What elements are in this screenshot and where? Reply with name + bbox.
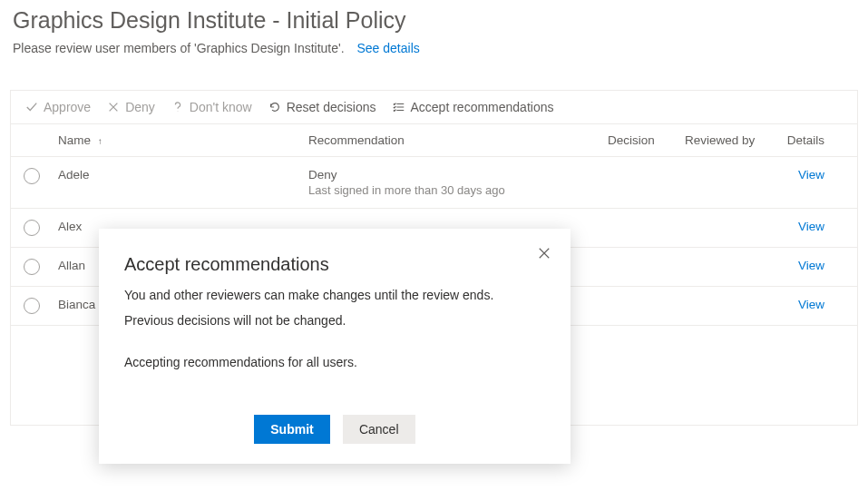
col-name-label: Name xyxy=(58,133,91,147)
sort-asc-icon: ↑ xyxy=(98,136,102,146)
dialog-line2: Previous decisions will not be changed. xyxy=(124,313,545,328)
reset-decisions-button[interactable]: Reset decisions xyxy=(268,100,376,114)
page-title: Graphics Design Institute - Initial Poli… xyxy=(13,5,868,35)
rec-subtext: Last signed in more than 30 days ago xyxy=(308,183,608,197)
dialog-title: Accept recommendations xyxy=(124,254,545,275)
view-link[interactable]: View xyxy=(775,298,830,311)
subtitle-row: Please review user members of 'Graphics … xyxy=(13,41,868,55)
cancel-button[interactable]: Cancel xyxy=(343,415,415,444)
row-name: Adele xyxy=(54,168,308,182)
table-row: Adele Deny Last signed in more than 30 d… xyxy=(11,157,857,209)
accept-recommendations-dialog: Accept recommendations You and other rev… xyxy=(99,229,571,464)
col-reviewed-by[interactable]: Reviewed by xyxy=(685,133,775,147)
row-select-radio[interactable] xyxy=(24,168,40,184)
subtitle-text: Please review user members of 'Graphics … xyxy=(13,41,345,55)
accept-rec-label: Accept recommendations xyxy=(411,100,554,114)
check-icon xyxy=(25,101,38,113)
table-header-row: Name ↑ Recommendation Decision Reviewed … xyxy=(11,124,857,157)
checklist-icon xyxy=(393,101,405,113)
view-link[interactable]: View xyxy=(775,259,830,272)
dont-know-button[interactable]: Don't know xyxy=(171,100,252,114)
rec-value: Deny xyxy=(308,168,608,182)
accept-recommendations-button[interactable]: Accept recommendations xyxy=(393,100,554,114)
dialog-line3: Accepting recommendations for all users. xyxy=(124,355,545,369)
col-name[interactable]: Name ↑ xyxy=(54,133,308,147)
view-link[interactable]: View xyxy=(775,168,830,182)
row-select-radio[interactable] xyxy=(24,259,40,275)
row-select-radio[interactable] xyxy=(24,220,40,236)
deny-button[interactable]: Deny xyxy=(107,100,155,114)
col-decision[interactable]: Decision xyxy=(608,133,685,147)
dont-know-label: Don't know xyxy=(190,100,252,114)
x-icon xyxy=(107,101,120,113)
approve-label: Approve xyxy=(44,100,91,114)
refresh-icon xyxy=(268,101,281,113)
close-icon xyxy=(538,247,551,260)
approve-button[interactable]: Approve xyxy=(25,100,91,114)
reset-label: Reset decisions xyxy=(287,100,376,114)
question-icon xyxy=(171,101,184,113)
row-recommendation: Deny Last signed in more than 30 days ag… xyxy=(308,168,608,197)
row-select-radio[interactable] xyxy=(24,298,40,314)
view-link[interactable]: View xyxy=(775,220,830,233)
dialog-line1: You and other reviewers can make changes… xyxy=(124,288,545,302)
toolbar: Approve Deny Don't know Reset decisions … xyxy=(11,91,857,124)
see-details-link[interactable]: See details xyxy=(357,41,420,55)
submit-button[interactable]: Submit xyxy=(254,415,329,444)
dialog-actions: Submit Cancel xyxy=(124,415,545,444)
col-recommendation[interactable]: Recommendation xyxy=(308,133,608,147)
dialog-close-button[interactable] xyxy=(538,247,551,263)
deny-label: Deny xyxy=(125,100,155,114)
col-details: Details xyxy=(775,133,830,147)
